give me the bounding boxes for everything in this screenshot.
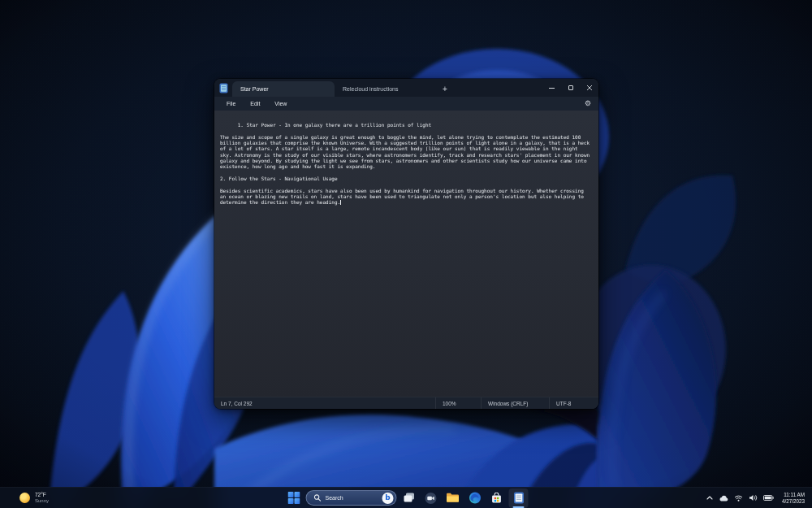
cursor-position: Ln 7, Col 292 — [214, 401, 253, 406]
hidden-icons-chevron-icon[interactable] — [706, 496, 713, 500]
taskbar-clock[interactable]: 11:11 AM 4/27/2023 — [782, 492, 805, 504]
video-chat-icon — [425, 492, 438, 505]
edge-button[interactable] — [465, 488, 485, 508]
store-bag-icon — [491, 493, 503, 504]
clock-date: 4/27/2023 — [782, 498, 805, 505]
system-tray: 11:11 AM 4/27/2023 — [706, 488, 812, 508]
weather-condition: Sunny — [35, 498, 49, 504]
text-caret — [340, 200, 341, 206]
zoom-level: 100% — [435, 397, 481, 409]
tab-relecloud-instructions[interactable]: Relecloud instructions — [335, 81, 437, 97]
encoding: UTF-8 — [549, 397, 598, 409]
file-explorer-button[interactable] — [443, 488, 463, 508]
notepad-titlebar[interactable]: Star Power Relecloud instructions + — [214, 79, 598, 97]
microsoft-store-button[interactable] — [487, 488, 507, 508]
edge-icon — [469, 492, 481, 504]
search-box[interactable]: Search b — [306, 490, 397, 506]
task-view-button[interactable] — [400, 488, 419, 508]
chat-button[interactable] — [421, 488, 441, 508]
close-button[interactable] — [580, 79, 598, 97]
notepad-window: Star Power Relecloud instructions + — [214, 79, 598, 409]
document-text: 1. Star Power - In one galaxy there are … — [220, 122, 593, 205]
notepad-app-icon — [214, 79, 232, 97]
weather-widget[interactable]: 72°F Sunny — [0, 488, 58, 508]
menu-edit[interactable]: Edit — [243, 97, 267, 111]
taskbar: 72°F Sunny — [0, 487, 812, 508]
plus-icon: + — [443, 85, 447, 93]
maximize-button[interactable] — [561, 79, 580, 97]
start-button[interactable] — [284, 488, 304, 508]
search-icon — [314, 494, 322, 501]
task-view-icon — [403, 492, 415, 504]
volume-icon[interactable] — [749, 494, 758, 501]
menu-file[interactable]: File — [219, 97, 243, 111]
new-tab-button[interactable]: + — [437, 81, 453, 97]
tab-star-power[interactable]: Star Power — [232, 81, 335, 97]
close-icon — [586, 85, 593, 91]
folder-icon — [447, 493, 460, 503]
notepad-taskbar-button[interactable] — [509, 488, 529, 508]
tab-label: Star Power — [240, 86, 269, 92]
clock-time: 11:11 AM — [782, 492, 805, 498]
maximize-icon — [568, 85, 573, 90]
minimize-button[interactable] — [542, 79, 561, 97]
weather-temperature: 72°F — [35, 492, 49, 498]
notepad-menubar: File Edit View ⚙ — [214, 97, 598, 111]
text-editor-area[interactable]: 1. Star Power - In one galaxy there are … — [214, 111, 598, 397]
notepad-statusbar: Ln 7, Col 292 100% Windows (CRLF) UTF-8 — [214, 397, 598, 409]
search-placeholder: Search — [326, 495, 378, 501]
settings-gear-icon[interactable]: ⚙ — [585, 97, 598, 111]
menu-view[interactable]: View — [267, 97, 294, 111]
line-endings: Windows (CRLF) — [481, 397, 549, 409]
sun-icon — [19, 493, 30, 503]
tab-label: Relecloud instructions — [343, 86, 398, 92]
titlebar-drag-area[interactable] — [453, 79, 542, 97]
minimize-icon — [549, 88, 555, 89]
bing-icon[interactable]: b — [382, 493, 394, 504]
battery-icon[interactable] — [763, 495, 774, 501]
windows-logo-icon — [287, 492, 300, 504]
notepad-icon — [513, 492, 524, 504]
active-app-indicator — [513, 506, 525, 508]
onedrive-cloud-icon[interactable] — [719, 495, 728, 501]
wifi-icon[interactable] — [734, 495, 743, 501]
desktop: Star Power Relecloud instructions + — [0, 0, 812, 508]
